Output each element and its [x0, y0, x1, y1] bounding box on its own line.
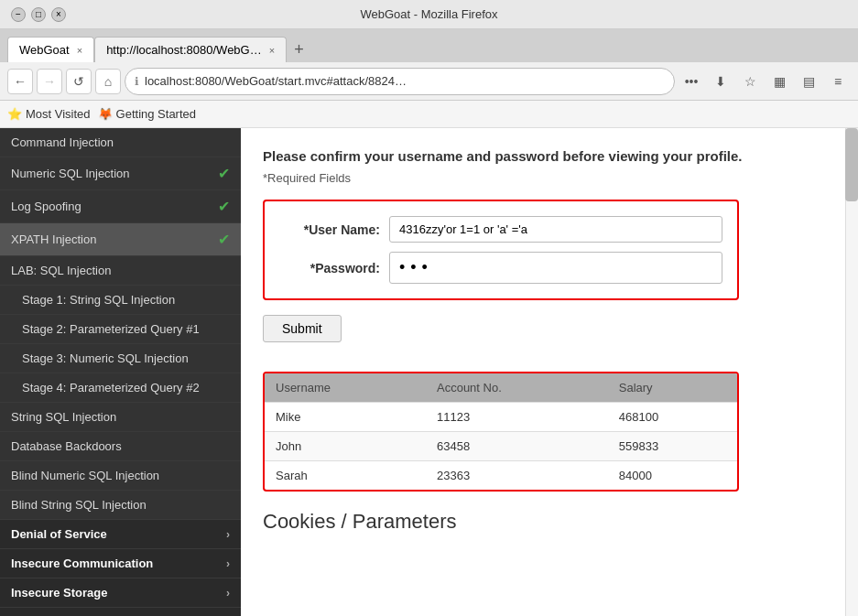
sidebar-item-lab-sql[interactable]: LAB: SQL Injection [0, 256, 241, 286]
sidebar-item-label: Denial of Service [11, 527, 107, 541]
sidebar-item-label: Database Backdoors [11, 439, 122, 453]
col-header-username: Username [265, 373, 426, 403]
library-button[interactable]: ▦ [766, 69, 792, 94]
window-title: WebGoat - Mozilla Firefox [66, 7, 792, 21]
new-tab-button[interactable]: + [287, 37, 311, 62]
username-label: *User Name: [279, 222, 380, 237]
nav-extra-buttons: ••• ⬇ ☆ ▦ ▤ ≡ [679, 69, 851, 94]
sidebar-item-label: Stage 2: Parameterized Query #1 [22, 322, 200, 336]
address-bar[interactable]: ℹ localhost:8080/WebGoat/start.mvc#attac… [125, 68, 675, 95]
maximize-button[interactable]: □ [31, 7, 46, 22]
sidebar-item-label: String SQL Injection [11, 410, 116, 424]
scrollbar[interactable] [845, 128, 858, 616]
sidebar-item-label: LAB: SQL Injection [11, 264, 111, 277]
table-cell: 11123 [426, 403, 608, 432]
col-header-account: Account No. [426, 373, 608, 403]
table-cell: Sarah [265, 461, 426, 491]
tab-close-button[interactable]: × [77, 45, 82, 56]
sidebar-item-malicious-execution[interactable]: Malicious Execution › [0, 608, 241, 616]
scroll-thumb[interactable] [845, 128, 858, 201]
sidebar-item-numeric-sql[interactable]: Numeric SQL Injection ✔ [0, 157, 241, 190]
table-cell: 23363 [426, 461, 608, 491]
menu-button[interactable]: ≡ [825, 69, 851, 94]
sidebar-item-label: Insecure Communication [11, 557, 153, 570]
main-area: Command Injection Numeric SQL Injection … [0, 128, 858, 616]
sidebar-item-blind-string[interactable]: Blind String SQL Injection [0, 491, 241, 520]
password-label: *Password: [279, 261, 380, 276]
content-area: Please confirm your username and passwor… [241, 128, 858, 616]
username-input[interactable] [389, 216, 722, 243]
forward-button[interactable]: → [37, 69, 62, 94]
table-cell: 63458 [426, 432, 608, 461]
tab-webgoat[interactable]: WebGoat × [7, 37, 94, 62]
submit-button[interactable]: Submit [263, 315, 342, 342]
sidebar-item-denial-of-service[interactable]: Denial of Service › [0, 520, 241, 549]
sidebar-item-xpath-injection[interactable]: XPATH Injection ✔ [0, 223, 241, 256]
bookmark-label: Most Visited [26, 107, 91, 121]
bookmarks-bar: ⭐ Most Visited 🦊 Getting Started [0, 101, 858, 128]
sidebar-item-stage3[interactable]: Stage 3: Numeric SQL Injection [0, 344, 241, 373]
table-cell: Mike [265, 403, 426, 432]
reader-view-button[interactable]: ▤ [796, 69, 821, 94]
required-fields-label: *Required Fields [263, 171, 836, 185]
check-icon: ✔ [218, 198, 230, 215]
sidebar-item-stage1[interactable]: Stage 1: String SQL Injection [0, 286, 241, 315]
tab-bar: WebGoat × http://localhost:8080/WebG… × … [0, 29, 858, 62]
sidebar-item-blind-numeric[interactable]: Blind Numeric SQL Injection [0, 461, 241, 491]
sidebar-item-label: Stage 3: Numeric SQL Injection [22, 351, 189, 365]
tab-label: WebGoat [19, 43, 70, 57]
reload-button[interactable]: ↺ [66, 69, 92, 94]
sidebar-item-database-backdoors[interactable]: Database Backdoors [0, 432, 241, 461]
bookmark-label: Getting Started [116, 107, 196, 121]
table-cell: 468100 [608, 403, 737, 432]
sidebar-item-label: Numeric SQL Injection [11, 167, 130, 180]
table-row: Sarah2336384000 [265, 461, 737, 491]
check-icon: ✔ [218, 231, 230, 248]
nav-bar: ← → ↺ ⌂ ℹ localhost:8080/WebGoat/start.m… [0, 62, 858, 101]
sidebar-item-label: Blind String SQL Injection [11, 498, 147, 512]
address-text: localhost:8080/WebGoat/start.mvc#attack/… [145, 74, 665, 88]
more-button[interactable]: ••• [679, 69, 704, 94]
table-row: Mike11123468100 [265, 403, 737, 432]
password-input[interactable] [389, 252, 722, 284]
sidebar-item-insecure-communication[interactable]: Insecure Communication › [0, 549, 241, 578]
cookies-section-title: Cookies / Parameters [263, 510, 836, 534]
back-button[interactable]: ← [7, 69, 33, 94]
sidebar: Command Injection Numeric SQL Injection … [0, 128, 241, 616]
sidebar-item-label: Insecure Storage [11, 586, 108, 600]
title-bar: − □ × WebGoat - Mozilla Firefox [0, 0, 858, 29]
home-button[interactable]: ⌂ [95, 69, 121, 94]
tab-label: http://localhost:8080/WebG… [106, 43, 262, 57]
sidebar-item-stage4[interactable]: Stage 4: Parameterized Query #2 [0, 373, 241, 403]
sidebar-item-log-spoofing[interactable]: Log Spoofing ✔ [0, 190, 241, 223]
table-cell: 559833 [608, 432, 737, 461]
tab-close-button[interactable]: × [269, 45, 275, 56]
tab-localhost[interactable]: http://localhost:8080/WebG… × [94, 37, 287, 62]
bookmark-most-visited[interactable]: ⭐ Most Visited [7, 107, 91, 121]
chevron-right-icon: › [226, 557, 230, 570]
confirm-title: Please confirm your username and passwor… [263, 146, 836, 166]
sidebar-item-insecure-storage[interactable]: Insecure Storage › [0, 578, 241, 608]
close-button[interactable]: × [51, 7, 66, 22]
minimize-button[interactable]: − [11, 7, 26, 22]
bookmark-star-button[interactable]: ☆ [737, 69, 763, 94]
sidebar-item-command-injection[interactable]: Command Injection [0, 128, 241, 157]
sidebar-item-label: Log Spoofing [11, 200, 81, 213]
username-row: *User Name: [279, 216, 722, 243]
check-icon: ✔ [218, 165, 230, 182]
results-table-box: Username Account No. Salary Mike11123468… [263, 372, 739, 492]
chevron-right-icon: › [226, 587, 230, 600]
bookmark-firefox-icon: 🦊 [98, 107, 113, 121]
bookmark-star-icon: ⭐ [7, 107, 22, 121]
table-cell: 84000 [608, 461, 737, 491]
sidebar-item-label: Stage 1: String SQL Injection [22, 293, 175, 307]
table-row: John63458559833 [265, 432, 737, 461]
login-form-box: *User Name: *Password: [263, 200, 739, 300]
sidebar-item-stage2[interactable]: Stage 2: Parameterized Query #1 [0, 315, 241, 344]
pocket-button[interactable]: ⬇ [708, 69, 733, 94]
results-table: Username Account No. Salary Mike11123468… [265, 373, 737, 490]
sidebar-item-label: XPATH Injection [11, 232, 96, 246]
table-cell: John [265, 432, 426, 461]
bookmark-getting-started[interactable]: 🦊 Getting Started [98, 107, 196, 121]
sidebar-item-string-sql[interactable]: String SQL Injection [0, 403, 241, 432]
